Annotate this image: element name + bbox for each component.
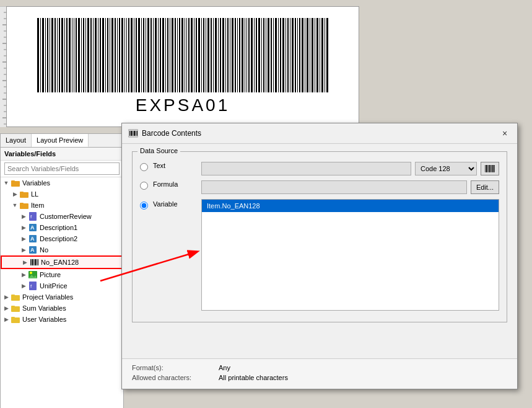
dialog-close-button[interactable]: × <box>499 127 511 140</box>
tree-item-project-variables[interactable]: ▶ Project Variables <box>1 291 123 303</box>
tree-item-description2[interactable]: ▶ A Description2 <box>1 233 123 244</box>
tree-item-picture[interactable]: ▶ Picture <box>1 269 123 280</box>
svg-rect-79 <box>175 18 176 92</box>
svg-rect-106 <box>239 18 240 92</box>
tree-item-user-variables[interactable]: ▶ User Variables <box>1 314 123 325</box>
svg-rect-57 <box>121 18 123 92</box>
variable-list-item-no-ean128[interactable]: Item.No_EAN128 <box>202 200 499 212</box>
footer-row-format: Format(s): Any <box>132 364 507 371</box>
tree-toggle-description2[interactable]: ▶ <box>19 234 28 243</box>
tree-toggle-user-variables[interactable]: ▶ <box>2 315 11 324</box>
tree-item-no-ean128[interactable]: ▶ No_EAN128 <box>1 255 123 269</box>
radio-formula[interactable] <box>140 182 148 190</box>
svg-rect-122 <box>278 18 279 92</box>
tree-item-ll[interactable]: ▶ LL <box>1 188 123 200</box>
svg-rect-75 <box>165 18 166 92</box>
formula-input-area: Edit... <box>201 180 499 194</box>
svg-rect-87 <box>194 18 194 92</box>
radio-variable[interactable] <box>140 202 148 210</box>
radio-row-variable: Variable Item.No_EAN128 <box>140 199 499 311</box>
tree-item-description1[interactable]: ▶ A Description1 <box>1 222 123 233</box>
tab-layout[interactable]: Layout <box>1 134 32 147</box>
svg-rect-86 <box>191 18 193 92</box>
tree-toggle-project-variables[interactable]: ▶ <box>2 293 11 301</box>
tree-toggle-variables[interactable]: ▼ <box>2 179 11 187</box>
svg-rect-94 <box>211 18 212 92</box>
barcode-settings-button[interactable] <box>481 162 499 175</box>
edit-button[interactable]: Edit... <box>471 180 499 194</box>
svg-rect-176 <box>129 131 130 136</box>
doc-icon-unit-price: f <box>28 282 38 290</box>
radio-row-text: Text Code 128 <box>140 162 499 175</box>
radio-variable-label[interactable]: Variable <box>153 200 196 208</box>
radio-text[interactable] <box>140 163 148 171</box>
svg-rect-137 <box>315 18 315 92</box>
doc-icon-customer-review: f <box>28 212 38 221</box>
svg-rect-117 <box>266 18 266 92</box>
svg-rect-116 <box>263 18 264 92</box>
svg-point-166 <box>30 272 32 274</box>
footer-format-label: Format(s): <box>132 364 219 371</box>
svg-rect-104 <box>235 18 236 92</box>
svg-rect-93 <box>207 18 209 92</box>
footer-allowed-value: All printable characters <box>219 374 288 381</box>
svg-rect-90 <box>201 18 202 92</box>
formula-input-field[interactable] <box>201 180 467 194</box>
search-input[interactable] <box>4 162 120 175</box>
svg-rect-31 <box>59 18 60 92</box>
tree-toggle-picture[interactable]: ▶ <box>19 270 28 279</box>
tree-label-variables: Variables <box>22 179 50 187</box>
tree-label-picture: Picture <box>40 271 61 278</box>
svg-rect-112 <box>254 18 255 92</box>
svg-rect-158 <box>30 259 31 265</box>
svg-rect-172 <box>11 306 15 308</box>
radio-text-label[interactable]: Text <box>153 162 196 169</box>
svg-rect-65 <box>141 18 142 92</box>
tree-toggle-description1[interactable]: ▶ <box>19 223 28 232</box>
variable-list[interactable]: Item.No_EAN128 <box>201 199 499 311</box>
search-box-container <box>1 161 123 177</box>
code-type-select[interactable]: Code 128 <box>415 162 477 175</box>
svg-rect-66 <box>143 18 144 92</box>
radio-formula-label[interactable]: Formula <box>153 180 196 188</box>
tree-item-variables[interactable]: ▼ Variables <box>1 177 123 188</box>
tree-toggle-item[interactable]: ▼ <box>11 201 19 210</box>
svg-rect-98 <box>220 18 221 92</box>
dialog-titlebar: Barcode Contents × <box>122 123 517 144</box>
tab-layout-preview[interactable]: Layout Preview <box>32 134 89 147</box>
svg-rect-113 <box>256 18 257 92</box>
svg-rect-144 <box>11 180 15 182</box>
tree-toggle-ll[interactable]: ▶ <box>11 190 19 198</box>
svg-rect-102 <box>230 18 230 92</box>
svg-rect-185 <box>488 165 489 172</box>
tree-toggle-no-ean128[interactable]: ▶ <box>20 258 29 267</box>
tree-item-sum-variables[interactable]: ▶ Sum Variables <box>1 303 123 314</box>
tree-label-unit-price: UnitPrice <box>40 282 68 290</box>
radio-row-formula: Formula Edit... <box>140 180 499 194</box>
tree-label-description2: Description2 <box>40 235 77 242</box>
svg-rect-44 <box>90 18 92 92</box>
tree-item-unit-price[interactable]: ▶ f UnitPrice <box>1 280 123 291</box>
svg-rect-99 <box>222 18 224 92</box>
footer-row-allowed: Allowed characters: All printable charac… <box>132 374 507 381</box>
tree-container: ▼ Variables ▶ LL ▼ Item ▶ f <box>1 177 123 401</box>
tree-toggle-unit-price[interactable]: ▶ <box>19 282 28 290</box>
tree-label-item: Item <box>31 202 44 209</box>
tree-toggle-sum-variables[interactable]: ▶ <box>2 304 11 313</box>
left-panel: Layout Layout Preview Variables/Fields ▼… <box>0 133 124 408</box>
svg-rect-56 <box>119 18 120 92</box>
tree-item-customer-review[interactable]: ▶ f CustomerReview <box>1 211 123 222</box>
svg-rect-25 <box>45 18 46 92</box>
svg-rect-170 <box>11 295 15 296</box>
tree-toggle-no[interactable]: ▶ <box>19 246 28 254</box>
text-icon-description1: A <box>28 223 38 232</box>
tree-toggle-customer-review[interactable]: ▶ <box>19 212 28 221</box>
svg-rect-68 <box>147 18 149 92</box>
svg-rect-40 <box>81 18 82 92</box>
svg-rect-91 <box>203 18 204 92</box>
tree-item-item[interactable]: ▼ Item <box>1 200 123 211</box>
tree-item-no[interactable]: ▶ A No <box>1 244 123 255</box>
svg-text:A: A <box>30 247 35 253</box>
text-input-field[interactable] <box>201 162 411 175</box>
svg-rect-77 <box>170 18 170 92</box>
